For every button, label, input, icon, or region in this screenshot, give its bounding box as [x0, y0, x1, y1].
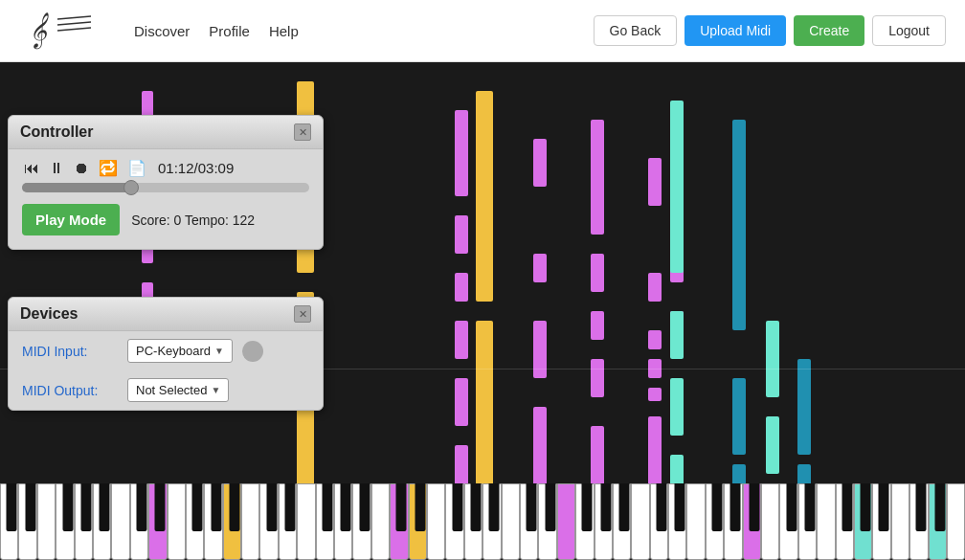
black-key[interactable] [285, 483, 296, 531]
note [648, 273, 662, 302]
note [476, 91, 493, 302]
white-key[interactable] [891, 483, 909, 560]
black-key[interactable] [842, 483, 852, 531]
logout-button[interactable]: Logout [872, 15, 946, 46]
devices-close-button[interactable]: ✕ [294, 305, 311, 323]
black-key[interactable] [675, 483, 685, 531]
black-key[interactable] [322, 483, 332, 531]
black-key[interactable] [619, 483, 630, 531]
black-key[interactable] [7, 483, 17, 531]
controller-close-button[interactable]: ✕ [294, 123, 311, 141]
white-key[interactable] [557, 483, 575, 560]
black-key[interactable] [155, 483, 166, 531]
controller-title: Controller [20, 123, 93, 141]
midi-input-label: MIDI Input: [22, 344, 118, 359]
white-key[interactable] [111, 483, 129, 560]
nav-help[interactable]: Help [269, 23, 299, 39]
nav-links: Discover Profile Help [134, 23, 594, 39]
white-key[interactable] [686, 483, 705, 560]
note [591, 120, 604, 235]
black-key[interactable] [934, 483, 945, 531]
progress-thumb[interactable] [123, 180, 139, 195]
black-key[interactable] [545, 483, 555, 531]
black-key[interactable] [471, 483, 482, 531]
white-key[interactable] [761, 483, 779, 560]
black-key[interactable] [861, 483, 871, 531]
black-key[interactable] [527, 483, 537, 531]
save-button[interactable]: 📄 [125, 159, 148, 177]
controller-body: ⏮ ⏸ ⏺ 🔁 📄 01:12/03:09 Play Mode Score: 0… [9, 149, 323, 249]
note [455, 110, 468, 196]
loop-button[interactable]: 🔁 [97, 159, 120, 177]
note [670, 311, 684, 359]
black-key[interactable] [341, 483, 351, 531]
white-key[interactable] [817, 483, 835, 560]
black-key[interactable] [415, 483, 425, 531]
black-key[interactable] [230, 483, 240, 531]
black-key[interactable] [582, 483, 593, 531]
white-key[interactable] [168, 483, 186, 560]
white-key[interactable] [297, 483, 315, 560]
black-key[interactable] [916, 483, 927, 531]
black-key[interactable] [211, 483, 221, 531]
nav-profile[interactable]: Profile [209, 23, 250, 39]
navbar: 𝄞 Discover Profile Help Go Back Upload M… [0, 0, 965, 62]
note [591, 311, 604, 340]
nav-discover[interactable]: Discover [134, 23, 190, 39]
black-key[interactable] [452, 483, 462, 531]
black-key[interactable] [749, 483, 759, 531]
note [455, 273, 468, 302]
black-key[interactable] [25, 483, 35, 531]
black-key[interactable] [656, 483, 666, 531]
note [591, 254, 604, 292]
note [533, 254, 547, 282]
note [732, 378, 746, 455]
white-key[interactable] [631, 483, 649, 560]
black-key[interactable] [62, 483, 73, 531]
white-key[interactable] [427, 483, 445, 560]
white-key[interactable] [947, 483, 965, 560]
note [533, 407, 547, 493]
progress-bar[interactable] [22, 183, 309, 192]
black-key[interactable] [266, 483, 277, 531]
black-key[interactable] [80, 483, 91, 531]
black-key[interactable] [804, 483, 815, 531]
upload-midi-button[interactable]: Upload Midi [684, 15, 786, 46]
black-key[interactable] [712, 483, 723, 531]
note [648, 158, 662, 206]
midi-output-row: MIDI Output: Not Selected ▼ [9, 370, 323, 410]
create-button[interactable]: Create [794, 15, 864, 46]
record-button[interactable]: ⏺ [72, 160, 91, 177]
pause-button[interactable]: ⏸ [47, 160, 66, 177]
black-key[interactable] [396, 483, 407, 531]
black-key[interactable] [600, 483, 611, 531]
black-key[interactable] [730, 483, 741, 531]
progress-bar-fill [22, 183, 131, 192]
score-tempo: Score: 0 Tempo: 122 [131, 213, 255, 228]
note [533, 139, 547, 187]
play-mode-row: Play Mode Score: 0 Tempo: 122 [22, 204, 309, 235]
white-key[interactable] [371, 483, 390, 560]
black-key[interactable] [359, 483, 370, 531]
white-key[interactable] [37, 483, 56, 560]
logo: 𝄞 [19, 5, 105, 57]
devices-panel: Devices ✕ MIDI Input: PC-Keyboard ▼ MIDI… [8, 297, 324, 411]
midi-input-select[interactable]: PC-Keyboard ▼ [127, 339, 233, 363]
go-back-button[interactable]: Go Back [594, 15, 678, 46]
white-key[interactable] [502, 483, 520, 560]
black-key[interactable] [786, 483, 797, 531]
controller-header: Controller ✕ [9, 116, 323, 149]
black-key[interactable] [137, 483, 147, 531]
note [648, 416, 662, 493]
black-key[interactable] [879, 483, 889, 531]
note [455, 215, 468, 254]
white-key[interactable] [241, 483, 259, 560]
midi-input-chevron: ▼ [214, 346, 224, 356]
black-key[interactable] [100, 483, 110, 531]
skip-back-button[interactable]: ⏮ [22, 160, 41, 177]
play-mode-button[interactable]: Play Mode [22, 204, 120, 235]
midi-output-select[interactable]: Not Selected ▼ [127, 378, 229, 402]
black-key[interactable] [192, 483, 203, 531]
devices-title: Devices [20, 305, 79, 323]
black-key[interactable] [489, 483, 500, 531]
